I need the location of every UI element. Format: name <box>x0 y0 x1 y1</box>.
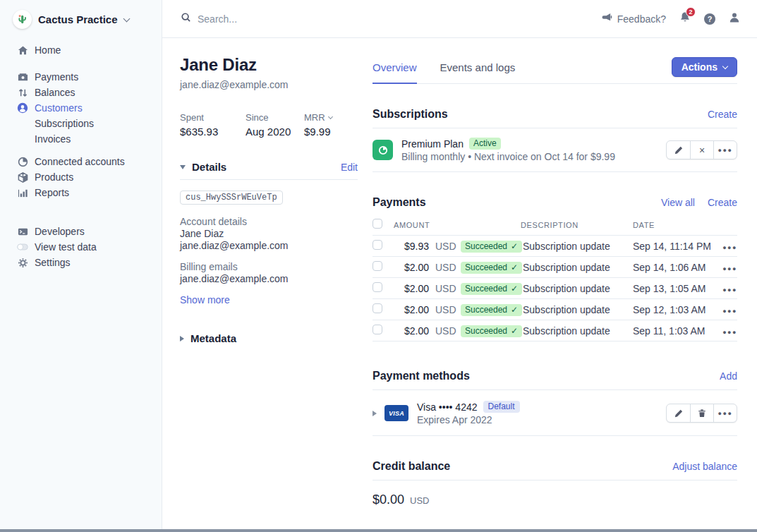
main-content: Jane Diaz jane.diaz@example.com Spent $6… <box>162 39 757 529</box>
tab-events-and-logs[interactable]: Events and logs <box>440 55 516 83</box>
row-checkbox[interactable] <box>373 240 382 250</box>
payments-section: Payments View all Create AMOUNT DESCRIPT… <box>373 196 737 341</box>
sidebar-item-customers[interactable]: Customers <box>0 100 162 116</box>
metadata-section-header[interactable]: Metadata <box>180 332 358 344</box>
help-icon[interactable]: ? <box>704 13 715 25</box>
collapse-caret-icon[interactable] <box>180 165 186 169</box>
actions-button[interactable]: Actions <box>672 57 737 77</box>
subscription-overflow-button[interactable]: ●●● <box>713 141 737 159</box>
account-switcher[interactable]: Cactus Practice <box>0 0 162 36</box>
customer-id-badge[interactable]: cus_HwySSSrWEuVeTp <box>180 191 283 205</box>
payment-row[interactable]: $2.00 USD Succeeded✓ Subscription update… <box>373 257 737 278</box>
subscription-row[interactable]: Premium Plan Active Billing monthly • Ne… <box>373 128 737 172</box>
sidebar-item-label: Customers <box>35 102 83 114</box>
search-input[interactable] <box>198 13 480 25</box>
status-badge: Succeeded✓ <box>461 283 522 295</box>
trash-icon <box>698 409 706 418</box>
sidebar-item-label: Reports <box>35 187 69 198</box>
row-overflow-button[interactable]: ●●● <box>722 240 737 253</box>
customer-detail-panel: Overview Events and logs Actions Subscri… <box>373 39 737 529</box>
metadata-title: Metadata <box>190 332 358 344</box>
sidebar-item-label: Payments <box>35 71 78 83</box>
test-data-toggle-icon[interactable] <box>17 241 28 253</box>
sidebar-nav: Home Payments Balances Customers <box>0 42 162 270</box>
status-badge: Succeeded✓ <box>461 241 522 253</box>
tabs-bar: Overview Events and logs Actions <box>373 55 737 84</box>
row-overflow-button[interactable]: ●●● <box>722 303 737 316</box>
status-badge: Succeeded✓ <box>461 304 522 316</box>
avatar[interactable] <box>729 12 740 26</box>
show-more-link[interactable]: Show more <box>180 294 230 306</box>
notification-count-badge: 2 <box>686 7 696 17</box>
payment-row[interactable]: $2.00 USD Succeeded✓ Subscription update… <box>373 278 737 299</box>
chevron-down-icon <box>123 15 130 22</box>
payments-icon <box>17 71 28 83</box>
plan-icon <box>373 140 393 160</box>
sidebar-item-view-test-data[interactable]: View test data <box>0 239 162 255</box>
check-icon: ✓ <box>511 241 518 251</box>
row-overflow-button[interactable]: ●●● <box>722 325 737 337</box>
overflow-icon: ●●● <box>718 410 733 417</box>
payment-row[interactable]: $2.00 USD Succeeded✓ Subscription update… <box>373 299 737 320</box>
delete-card-button[interactable] <box>690 404 713 422</box>
payments-title: Payments <box>373 196 661 209</box>
overflow-icon: ●●● <box>722 286 737 294</box>
app-window: Cactus Practice Home Payments <box>0 0 757 532</box>
payment-method-row[interactable]: VISA Visa •••• 4242 Default Expires Apr … <box>373 390 737 436</box>
card-label: Visa •••• 4242 <box>417 401 478 413</box>
sidebar-item-subscriptions[interactable]: Subscriptions <box>0 116 162 131</box>
edit-details-link[interactable]: Edit <box>341 162 358 173</box>
sidebar-item-label: Settings <box>35 257 71 268</box>
pencil-icon <box>674 409 683 418</box>
window-bottom-edge <box>0 529 757 532</box>
cactus-logo-icon <box>13 10 32 29</box>
row-overflow-button[interactable]: ●●● <box>722 261 737 274</box>
row-checkbox[interactable] <box>373 261 382 271</box>
cancel-subscription-button[interactable]: × <box>690 141 713 159</box>
stat-mrr[interactable]: MRR $9.99 <box>304 112 332 138</box>
customer-stats: Spent $635.93 Since Aug 2020 MRR $9.99 <box>180 112 358 138</box>
tab-overview[interactable]: Overview <box>373 55 417 84</box>
select-all-checkbox[interactable] <box>373 219 382 229</box>
search-bar[interactable] <box>181 12 602 25</box>
sidebar-item-developers[interactable]: Developers <box>0 224 162 239</box>
adjust-balance-link[interactable]: Adjust balance <box>672 461 737 472</box>
row-checkbox[interactable] <box>373 282 382 292</box>
sidebar-item-payments[interactable]: Payments <box>0 69 162 85</box>
sidebar-item-label: Developers <box>35 226 85 237</box>
expand-caret-icon <box>180 336 184 341</box>
row-checkbox[interactable] <box>373 325 382 334</box>
billing-emails-block: Billing emails jane.diaz@example.com <box>180 261 358 285</box>
edit-subscription-button[interactable] <box>667 141 690 159</box>
visa-icon: VISA <box>384 405 408 421</box>
feedback-button[interactable]: Feedback? <box>602 13 666 25</box>
sidebar-item-home[interactable]: Home <box>0 42 162 58</box>
connected-accounts-icon <box>17 156 28 167</box>
sidebar-item-connected-accounts[interactable]: Connected accounts <box>0 154 162 169</box>
view-all-payments-link[interactable]: View all <box>661 197 695 208</box>
expand-caret-icon[interactable] <box>373 411 377 416</box>
notifications-button[interactable]: 2 <box>679 11 691 26</box>
megaphone-icon <box>602 13 612 25</box>
sidebar-item-reports[interactable]: Reports <box>0 185 162 200</box>
status-badge: Succeeded✓ <box>461 325 522 337</box>
create-subscription-link[interactable]: Create <box>708 109 737 120</box>
sidebar-item-settings[interactable]: Settings <box>0 255 162 270</box>
add-payment-method-link[interactable]: Add <box>720 370 737 382</box>
create-payment-link[interactable]: Create <box>708 197 737 208</box>
payment-row[interactable]: $9.93 USD Succeeded✓ Subscription update… <box>373 236 737 257</box>
sidebar-item-balances[interactable]: Balances <box>0 85 162 100</box>
edit-card-button[interactable] <box>667 404 690 422</box>
credit-balance-title: Credit balance <box>373 460 672 473</box>
sidebar-item-invoices[interactable]: Invoices <box>0 131 162 147</box>
sidebar-item-products[interactable]: Products <box>0 169 162 185</box>
row-checkbox[interactable] <box>373 303 382 313</box>
row-overflow-button[interactable]: ●●● <box>722 282 737 295</box>
payment-row[interactable]: $2.00 USD Succeeded✓ Subscription update… <box>373 320 737 341</box>
overflow-icon: ●●● <box>722 265 737 272</box>
column-amount: AMOUNT <box>394 221 521 229</box>
card-overflow-button[interactable]: ●●● <box>713 404 737 422</box>
sidebar-item-label: Invoices <box>35 133 71 145</box>
subscriptions-title: Subscriptions <box>373 108 708 121</box>
check-icon: ✓ <box>511 262 518 272</box>
